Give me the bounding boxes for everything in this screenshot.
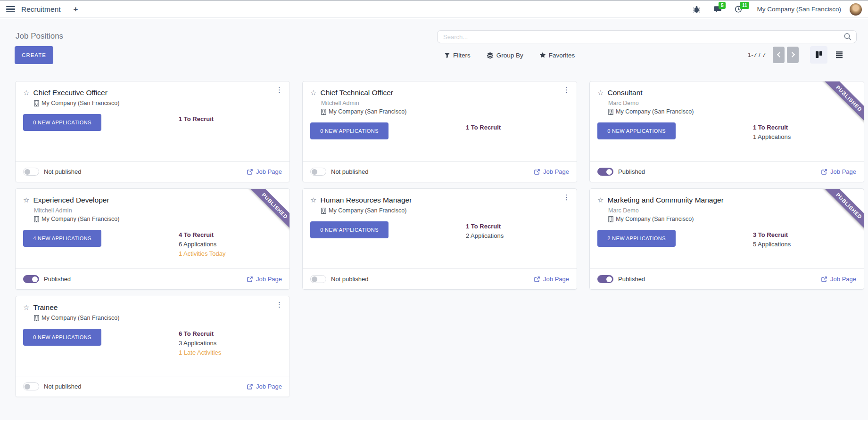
pager-value[interactable]: 1-7 / 7: [748, 51, 766, 58]
favorite-star-icon[interactable]: ☆: [310, 88, 316, 97]
to-recruit-stat: 1 To Recruit: [753, 123, 856, 131]
activities-clock-icon[interactable]: 11: [735, 5, 743, 13]
job-page-link[interactable]: Job Page: [247, 168, 282, 175]
job-card-human-resources-manager: ☆ Human Resources Manager ⋮ My Company (…: [302, 188, 577, 290]
pager-previous-button[interactable]: [773, 47, 785, 63]
job-page-link[interactable]: Job Page: [534, 168, 569, 175]
group-by-button[interactable]: Group By: [487, 52, 523, 59]
kebab-menu-icon[interactable]: ⋮: [840, 194, 847, 201]
external-link-icon: [821, 276, 827, 283]
job-title[interactable]: Trainee: [33, 303, 58, 312]
favorite-star-icon[interactable]: ☆: [23, 303, 29, 312]
applications-stat: 1 Applications: [753, 133, 856, 141]
pager-next-button[interactable]: [787, 47, 799, 63]
publish-toggle[interactable]: [23, 382, 39, 390]
new-applications-button[interactable]: 4 NEW APPLICATIONS: [23, 230, 101, 247]
publish-toggle[interactable]: [310, 168, 326, 176]
messages-icon[interactable]: 5: [713, 5, 722, 13]
job-title[interactable]: Experienced Developer: [33, 195, 109, 205]
publish-state-label: Published: [618, 276, 645, 283]
top-navbar: Recruitment + 5 11 My Company (San Franc…: [0, 1, 868, 18]
favorite-star-icon[interactable]: ☆: [597, 195, 603, 205]
company-switcher[interactable]: My Company (San Francisco): [757, 6, 841, 13]
job-page-link[interactable]: Job Page: [821, 168, 856, 175]
new-applications-button[interactable]: 0 NEW APPLICATIONS: [23, 329, 101, 346]
card-stats: 1 To Recruit 1 Applications: [753, 122, 856, 141]
kebab-menu-icon[interactable]: ⋮: [265, 194, 273, 201]
card-footer: Not published Job Page: [16, 161, 289, 182]
navbar-left: Recruitment +: [6, 5, 78, 14]
new-applications-button[interactable]: 0 NEW APPLICATIONS: [310, 221, 389, 238]
external-link-icon: [247, 276, 253, 283]
job-title[interactable]: Human Resources Manager: [320, 195, 412, 205]
job-page-link[interactable]: Job Page: [247, 383, 282, 390]
card-footer: Not published Job Page: [303, 268, 577, 289]
publish-state-label: Not published: [44, 383, 82, 390]
favorite-star-icon[interactable]: ☆: [23, 88, 29, 97]
publish-toggle[interactable]: [23, 168, 39, 176]
building-icon: [608, 216, 613, 222]
building-icon: [34, 100, 39, 106]
job-page-link[interactable]: Job Page: [821, 276, 856, 283]
create-button[interactable]: CREATE: [15, 46, 53, 64]
kanban-view-button[interactable]: [810, 46, 827, 64]
search-box: [437, 30, 857, 43]
new-applications-button[interactable]: 0 NEW APPLICATIONS: [23, 114, 101, 131]
kebab-menu-icon[interactable]: ⋮: [276, 301, 283, 308]
list-view-button[interactable]: [830, 46, 848, 64]
kebab-menu-icon[interactable]: ⋮: [276, 86, 283, 93]
new-applications-button[interactable]: 0 NEW APPLICATIONS: [597, 122, 676, 139]
page-title: Job Positions: [16, 32, 63, 41]
publish-state-label: Published: [618, 168, 645, 175]
kebab-menu-icon[interactable]: ⋮: [563, 194, 570, 201]
publish-toggle[interactable]: [23, 275, 39, 283]
company-line: My Company (San Francisco): [34, 215, 282, 223]
applications-stat: 2 Applications: [466, 232, 569, 240]
debug-bug-icon[interactable]: [693, 5, 701, 13]
card-footer: Published Job Page: [16, 268, 289, 289]
publish-toggle[interactable]: [597, 168, 613, 176]
apps-menu-icon[interactable]: [6, 6, 15, 13]
manager-name: Mitchell Admin: [34, 206, 282, 215]
publish-state-label: Not published: [331, 276, 369, 283]
building-icon: [34, 315, 39, 321]
job-title[interactable]: Consultant: [607, 88, 642, 97]
search-icon[interactable]: [843, 32, 852, 41]
kebab-menu-icon[interactable]: ⋮: [563, 86, 570, 93]
filters-button[interactable]: Filters: [444, 52, 471, 59]
search-input[interactable]: [437, 30, 857, 43]
app-title[interactable]: Recruitment: [21, 5, 61, 14]
card-stats: 4 To Recruit 6 Applications 1 Activities…: [179, 230, 282, 258]
kanban-view-icon: [815, 51, 823, 58]
favorite-star-icon[interactable]: ☆: [23, 195, 29, 205]
job-title[interactable]: Chief Executive Officer: [33, 88, 107, 97]
filter-funnel-icon: [444, 52, 450, 58]
view-switcher: [810, 46, 848, 64]
favorites-button[interactable]: Favorites: [539, 52, 575, 59]
job-card-trainee: ☆ Trainee ⋮ My Company (San Francisco) 0…: [15, 296, 290, 397]
favorite-star-icon[interactable]: ☆: [310, 195, 316, 205]
publish-toggle[interactable]: [310, 275, 326, 283]
job-card-chief-technical-officer: ☆ Chief Technical Officer ⋮ Mitchell Adm…: [302, 81, 577, 182]
external-link-icon: [247, 383, 253, 390]
job-title[interactable]: Chief Technical Officer: [320, 88, 393, 97]
user-avatar[interactable]: [850, 3, 862, 16]
card-stats: 1 To Recruit: [466, 122, 569, 139]
job-title[interactable]: Marketing and Community Manager: [607, 195, 723, 205]
new-applications-button[interactable]: 2 NEW APPLICATIONS: [597, 230, 676, 247]
job-card-experienced-developer: PUBLISHED ☆ Experienced Developer ⋮ Mitc…: [15, 188, 290, 290]
new-applications-button[interactable]: 0 NEW APPLICATIONS: [310, 122, 389, 139]
to-recruit-stat: 1 To Recruit: [466, 123, 569, 131]
plus-icon[interactable]: +: [74, 5, 78, 13]
text-caret: [442, 33, 442, 41]
favorite-star-icon[interactable]: ☆: [597, 88, 603, 97]
kebab-menu-icon[interactable]: ⋮: [840, 86, 847, 93]
publish-toggle[interactable]: [597, 275, 613, 283]
company-line: My Company (San Francisco): [608, 215, 856, 223]
company-line: My Company (San Francisco): [321, 206, 569, 215]
pager-zone: 1-7 / 7: [748, 46, 848, 64]
company-line: My Company (San Francisco): [34, 99, 282, 107]
job-page-link[interactable]: Job Page: [534, 276, 569, 283]
list-view-icon: [835, 51, 843, 58]
job-page-link[interactable]: Job Page: [247, 276, 282, 283]
